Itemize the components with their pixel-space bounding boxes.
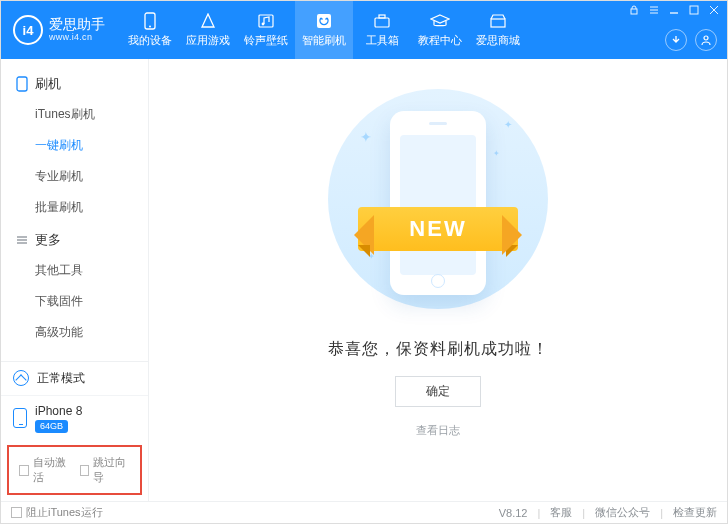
toolbox-icon [372, 12, 392, 30]
wechat-link[interactable]: 微信公众号 [595, 505, 650, 520]
nav-label: 教程中心 [418, 33, 462, 48]
more-icon [15, 233, 29, 247]
menu-icon[interactable] [647, 4, 661, 16]
svg-point-1 [149, 26, 151, 28]
update-link[interactable]: 检查更新 [673, 505, 717, 520]
sidebar-item-other-tools[interactable]: 其他工具 [1, 255, 148, 286]
sidebar-item-batch-flash[interactable]: 批量刷机 [1, 192, 148, 223]
nav-my-device[interactable]: 我的设备 [121, 1, 179, 59]
group-title: 刷机 [35, 75, 61, 93]
app-name: 爱思助手 [49, 17, 105, 32]
user-icon[interactable] [695, 29, 717, 51]
app-header: i4 爱思助手 www.i4.cn 我的设备 应用游戏 铃声壁纸 智能刷机 工具… [1, 1, 727, 59]
sparkle-icon: ✦ [360, 129, 372, 145]
phone-icon [15, 77, 29, 91]
maximize-icon[interactable] [687, 4, 701, 16]
sidebar-item-download-fw[interactable]: 下载固件 [1, 286, 148, 317]
lock-icon[interactable] [627, 4, 641, 16]
group-more: 更多 [1, 223, 148, 255]
svg-rect-11 [17, 77, 27, 91]
version-label: V8.12 [499, 507, 528, 519]
group-flash: 刷机 [1, 67, 148, 99]
options-row: 自动激活 跳过向导 [7, 445, 142, 495]
nav-label: 我的设备 [128, 33, 172, 48]
download-icon[interactable] [665, 29, 687, 51]
sidebar-item-onekey-flash[interactable]: 一键刷机 [1, 130, 148, 161]
svg-rect-5 [375, 18, 389, 27]
nav-label: 工具箱 [366, 33, 399, 48]
storage-badge: 64GB [35, 420, 68, 433]
device-icon [13, 408, 27, 428]
main-panel: ✦ ✦ ✦ ✦ NEW 恭喜您，保资料刷机成功啦！ 确定 查看日志 [149, 59, 727, 501]
status-bar: 阻止iTunes运行 V8.12 | 客服 | 微信公众号 | 检查更新 [1, 501, 727, 523]
hero-illustration: ✦ ✦ ✦ ✦ NEW [328, 89, 548, 309]
site-url: www.i4.cn [49, 33, 105, 43]
svg-point-10 [704, 36, 708, 40]
nav-tutorials[interactable]: 教程中心 [411, 1, 469, 59]
sidebar-item-advanced[interactable]: 高级功能 [1, 317, 148, 348]
svg-rect-6 [379, 15, 385, 18]
svg-rect-7 [491, 19, 505, 27]
refresh-icon [13, 370, 29, 386]
shop-icon [488, 12, 508, 30]
mode-row[interactable]: 正常模式 [1, 362, 148, 396]
sparkle-icon: ✦ [504, 119, 512, 130]
logo-icon: i4 [13, 15, 43, 45]
ok-button[interactable]: 确定 [395, 376, 481, 407]
sparkle-icon: ✦ [493, 149, 500, 158]
support-link[interactable]: 客服 [550, 505, 572, 520]
nav-label: 爱思商城 [476, 33, 520, 48]
block-itunes-checkbox[interactable]: 阻止iTunes运行 [11, 505, 103, 520]
svg-rect-4 [317, 14, 331, 28]
sidebar-item-pro-flash[interactable]: 专业刷机 [1, 161, 148, 192]
nav-shop[interactable]: 爱思商城 [469, 1, 527, 59]
device-row[interactable]: iPhone 8 64GB [1, 396, 148, 441]
nav-label: 智能刷机 [302, 33, 346, 48]
view-log-link[interactable]: 查看日志 [416, 423, 460, 438]
svg-rect-2 [259, 15, 273, 27]
device-name: iPhone 8 [35, 404, 82, 418]
svg-rect-9 [690, 6, 698, 14]
minimize-icon[interactable] [667, 4, 681, 16]
media-icon [256, 12, 276, 30]
nav-apps[interactable]: 应用游戏 [179, 1, 237, 59]
top-nav: 我的设备 应用游戏 铃声壁纸 智能刷机 工具箱 教程中心 爱思商城 [121, 1, 527, 59]
new-ribbon: NEW [358, 207, 518, 251]
skip-guide-checkbox[interactable]: 跳过向导 [80, 455, 131, 485]
window-controls [627, 4, 721, 16]
nav-label: 铃声壁纸 [244, 33, 288, 48]
auto-activate-checkbox[interactable]: 自动激活 [19, 455, 70, 485]
app-logo: i4 爱思助手 www.i4.cn [1, 15, 115, 45]
phone-illustration [390, 111, 486, 295]
apps-icon [198, 12, 218, 30]
svg-rect-8 [631, 9, 637, 14]
edu-icon [430, 12, 450, 30]
nav-media[interactable]: 铃声壁纸 [237, 1, 295, 59]
nav-label: 应用游戏 [186, 33, 230, 48]
flash-icon [314, 12, 334, 30]
group-title: 更多 [35, 231, 61, 249]
sidebar-item-itunes-flash[interactable]: iTunes刷机 [1, 99, 148, 130]
sidebar: 刷机 iTunes刷机 一键刷机 专业刷机 批量刷机 更多 其他工具 下载固件 … [1, 59, 149, 501]
device-icon [140, 12, 160, 30]
nav-tools[interactable]: 工具箱 [353, 1, 411, 59]
mode-label: 正常模式 [37, 370, 85, 387]
nav-flash[interactable]: 智能刷机 [295, 1, 353, 59]
close-icon[interactable] [707, 4, 721, 16]
success-message: 恭喜您，保资料刷机成功啦！ [328, 339, 549, 360]
